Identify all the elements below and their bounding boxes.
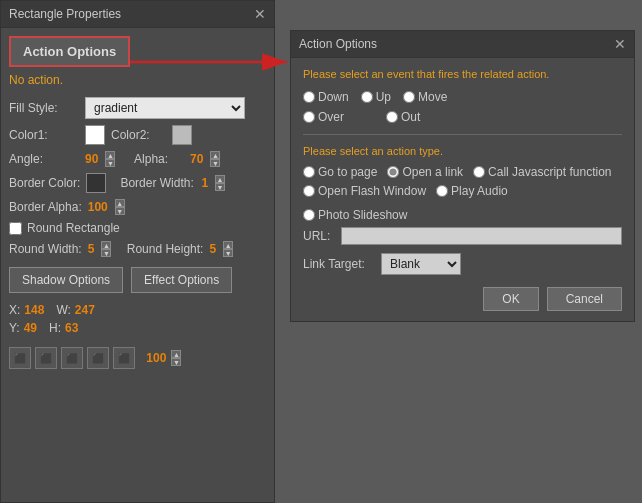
rw-up[interactable]: ▲ — [101, 241, 111, 249]
angle-alpha-row: Angle: 90 ▲ ▼ Alpha: 70 ▲ ▼ — [9, 151, 266, 167]
x-value: 148 — [24, 303, 44, 317]
link-target-select[interactable]: Blank — [381, 253, 461, 275]
radio-play-audio[interactable]: Play Audio — [436, 184, 508, 198]
radio-down-input[interactable] — [303, 91, 315, 103]
round-dims-row: Round Width: 5 ▲ ▼ Round Height: 5 ▲ ▼ — [9, 241, 266, 257]
align-left-icon[interactable]: ⬛ — [9, 347, 31, 369]
effect-options-button[interactable]: Effect Options — [131, 267, 232, 293]
align-right-icon[interactable]: ⬛ — [61, 347, 83, 369]
url-input[interactable] — [341, 227, 622, 245]
bw-down-arrow[interactable]: ▼ — [215, 183, 225, 191]
fill-style-label: Fill Style: — [9, 101, 79, 115]
angle-down-arrow[interactable]: ▼ — [105, 159, 115, 167]
ba-down-arrow[interactable]: ▼ — [115, 207, 125, 215]
link-target-label: Link Target: — [303, 257, 373, 271]
radio-move-input[interactable] — [403, 91, 415, 103]
divider — [303, 134, 622, 135]
round-width-value: 5 — [88, 242, 95, 256]
op-down[interactable]: ▼ — [171, 358, 181, 366]
radio-call-js-input[interactable] — [473, 166, 485, 178]
radio-open-flash[interactable]: Open Flash Window — [303, 184, 426, 198]
rh-stepper[interactable]: ▲ ▼ — [223, 241, 233, 257]
radio-over[interactable]: Over — [303, 110, 344, 124]
radio-move[interactable]: Move — [403, 90, 447, 104]
alpha-value: 70 — [190, 152, 203, 166]
op-up[interactable]: ▲ — [171, 350, 181, 358]
dialog-title-bar: Action Options ✕ — [291, 31, 634, 58]
round-height-label: Round Height: — [127, 242, 204, 256]
radio-out-input[interactable] — [386, 111, 398, 123]
border-width-value: 1 — [201, 176, 208, 190]
color1-label: Color1: — [9, 128, 79, 142]
border-alpha-value: 100 — [88, 200, 108, 214]
angle-label: Angle: — [9, 152, 79, 166]
border-color-swatch[interactable] — [86, 173, 106, 193]
shadow-options-button[interactable]: Shadow Options — [9, 267, 123, 293]
action-options-button[interactable]: Action Options — [9, 36, 130, 67]
h-coord: H: 63 — [49, 321, 78, 335]
color2-label: Color2: — [111, 128, 166, 142]
radio-over-input[interactable] — [303, 111, 315, 123]
event-radio-group-row1: Down Up Move — [303, 90, 622, 104]
ba-up-arrow[interactable]: ▲ — [115, 199, 125, 207]
radio-up-label: Up — [376, 90, 391, 104]
bw-up-arrow[interactable]: ▲ — [215, 175, 225, 183]
radio-open-link-input[interactable] — [387, 166, 399, 178]
yh-row: Y: 49 H: 63 — [9, 321, 266, 335]
radio-call-js[interactable]: Call Javascript function — [473, 165, 611, 179]
alpha-down-arrow[interactable]: ▼ — [210, 159, 220, 167]
y-coord: Y: 49 — [9, 321, 37, 335]
action-type-row1: Go to page Open a link Call Javascript f… — [303, 165, 622, 179]
color2-swatch[interactable] — [172, 125, 192, 145]
radio-down[interactable]: Down — [303, 90, 349, 104]
y-label: Y: — [9, 321, 20, 335]
radio-play-audio-input[interactable] — [436, 185, 448, 197]
url-row: URL: — [303, 227, 622, 245]
dialog-close-icon[interactable]: ✕ — [614, 36, 626, 52]
radio-goto-label: Go to page — [318, 165, 377, 179]
rect-panel-close-icon[interactable]: ✕ — [254, 6, 266, 22]
radio-out-label: Out — [401, 110, 420, 124]
radio-out[interactable]: Out — [386, 110, 420, 124]
align-center-icon[interactable]: ⬛ — [35, 347, 57, 369]
x-label: X: — [9, 303, 20, 317]
fill-style-select[interactable]: gradient — [85, 97, 245, 119]
round-rect-checkbox[interactable] — [9, 222, 22, 235]
action-type-row2: Open Flash Window Play Audio Photo Slide… — [303, 184, 622, 222]
color1-swatch[interactable] — [85, 125, 105, 145]
rw-stepper[interactable]: ▲ ▼ — [101, 241, 111, 257]
radio-open-flash-input[interactable] — [303, 185, 315, 197]
ok-button[interactable]: OK — [483, 287, 538, 311]
radio-call-js-label: Call Javascript function — [488, 165, 611, 179]
align-top-icon[interactable]: ⬛ — [87, 347, 109, 369]
event-hint: Please select an event that fires the re… — [303, 68, 622, 80]
radio-down-label: Down — [318, 90, 349, 104]
angle-stepper[interactable]: ▲ ▼ — [105, 151, 115, 167]
rw-down[interactable]: ▼ — [101, 249, 111, 257]
url-label: URL: — [303, 229, 333, 243]
radio-goto[interactable]: Go to page — [303, 165, 377, 179]
border-alpha-stepper[interactable]: ▲ ▼ — [115, 199, 125, 215]
rh-up[interactable]: ▲ — [223, 241, 233, 249]
radio-up[interactable]: Up — [361, 90, 391, 104]
radio-photo-slide[interactable]: Photo Slideshow — [303, 208, 407, 222]
border-width-stepper[interactable]: ▲ ▼ — [215, 175, 225, 191]
section-buttons: Shadow Options Effect Options — [9, 267, 266, 293]
align-grid-icon[interactable]: ⬛ — [113, 347, 135, 369]
radio-photo-slide-input[interactable] — [303, 209, 315, 221]
rect-panel-content: Action Options No action. Fill Style: gr… — [1, 28, 274, 381]
radio-open-link[interactable]: Open a link — [387, 165, 463, 179]
round-height-value: 5 — [209, 242, 216, 256]
dialog-body: Please select an event that fires the re… — [291, 58, 634, 321]
alpha-up-arrow[interactable]: ▲ — [210, 151, 220, 159]
border-width-label: Border Width: — [120, 176, 195, 190]
angle-up-arrow[interactable]: ▲ — [105, 151, 115, 159]
radio-goto-input[interactable] — [303, 166, 315, 178]
radio-up-input[interactable] — [361, 91, 373, 103]
action-type-hint: Please select an action type. — [303, 145, 622, 157]
rh-down[interactable]: ▼ — [223, 249, 233, 257]
alpha-stepper[interactable]: ▲ ▼ — [210, 151, 220, 167]
radio-play-audio-label: Play Audio — [451, 184, 508, 198]
cancel-button[interactable]: Cancel — [547, 287, 622, 311]
opacity-stepper[interactable]: ▲ ▼ — [171, 350, 181, 366]
